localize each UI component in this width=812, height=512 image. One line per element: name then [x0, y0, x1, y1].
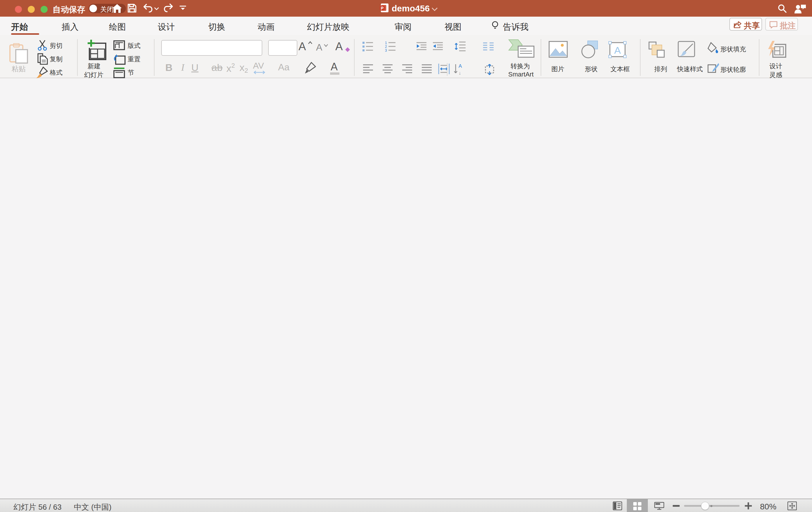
svg-text:A: A	[614, 45, 621, 56]
svg-text:↓: ↓	[459, 70, 461, 75]
svg-text:3: 3	[385, 49, 387, 52]
svg-text:1: 1	[385, 41, 387, 45]
svg-text:A: A	[459, 63, 462, 69]
svg-text:2: 2	[385, 45, 387, 49]
svg-text:P: P	[381, 6, 383, 10]
